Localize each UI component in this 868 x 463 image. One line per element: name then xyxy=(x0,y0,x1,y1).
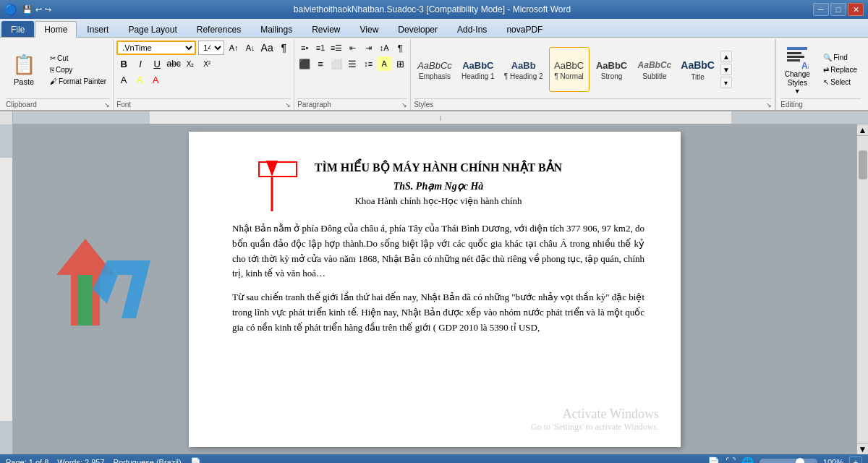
scroll-down-button[interactable]: ▼ xyxy=(857,443,869,454)
language-info: Portuguese (Brazil) xyxy=(114,458,182,463)
subscript-button[interactable]: X₂ xyxy=(183,56,197,71)
scroll-up-button[interactable]: ▲ xyxy=(857,124,869,136)
doc-subtitle: ThS. Phạm Ngọc Hà xyxy=(232,180,644,192)
title-label: Title xyxy=(691,73,705,81)
align-center-button[interactable]: ≡ xyxy=(313,56,328,71)
normal-preview: AaBbC xyxy=(554,60,584,72)
font-shrink-button[interactable]: A↓ xyxy=(243,41,258,55)
paragraph-group: ≡• ≡1 ≡☰ ⇤ ⇥ ↕A ¶ ⬛ ≡ ⬜ ☰ ↕≡ A ⊞ Paragra… xyxy=(294,39,411,110)
copy-button[interactable]: ⎘ Copy xyxy=(46,64,110,75)
styles-expand[interactable]: ↘ xyxy=(766,101,772,109)
cut-button[interactable]: ✂ Cut xyxy=(46,53,110,64)
format-painter-icon: 🖌 xyxy=(50,77,57,85)
tab-developer[interactable]: Developer xyxy=(388,21,447,37)
tab-page-layout[interactable]: Page Layout xyxy=(119,21,186,37)
tab-review[interactable]: Review xyxy=(302,21,349,37)
numbering-button[interactable]: ≡1 xyxy=(313,41,328,55)
font-row3: A A A xyxy=(116,72,291,87)
font-expand[interactable]: ↘ xyxy=(285,101,291,109)
view-web-button[interactable]: 🌐 xyxy=(741,456,754,463)
tab-add-ins[interactable]: Add-Ins xyxy=(448,21,496,37)
quick-access-undo[interactable]: ↩ xyxy=(35,5,42,14)
vertical-scrollbar[interactable]: ▲ ▼ xyxy=(856,124,868,454)
underline-button[interactable]: U xyxy=(150,56,164,71)
tab-insert[interactable]: Insert xyxy=(77,21,118,37)
view-print-button[interactable]: 📄 xyxy=(707,456,720,463)
format-painter-button[interactable]: 🖌 Format Painter xyxy=(46,76,110,87)
shading-button[interactable]: A xyxy=(377,56,391,71)
horizontal-ruler: | xyxy=(13,111,868,124)
font-grow-button[interactable]: A↑ xyxy=(226,41,241,55)
bold-button[interactable]: B xyxy=(116,56,131,71)
italic-button[interactable]: I xyxy=(133,56,148,71)
document-icon[interactable]: 📄 xyxy=(190,457,201,463)
watermark: Activate Windows Go to 'Settings' to act… xyxy=(531,407,659,433)
svg-rect-3 xyxy=(787,59,800,61)
align-right-button[interactable]: ⬜ xyxy=(329,56,344,71)
maximize-button[interactable]: □ xyxy=(830,3,846,16)
find-button[interactable]: 🔍 Find xyxy=(820,52,861,63)
font-size-select[interactable]: 14 xyxy=(198,41,224,55)
view-fullscreen-button[interactable]: ⛶ xyxy=(726,456,736,463)
font-name-select[interactable]: .VnTime xyxy=(116,41,196,55)
justify-button[interactable]: ☰ xyxy=(345,56,359,71)
svg-rect-7 xyxy=(78,275,93,326)
normal-label: ¶ Normal xyxy=(554,72,583,80)
strikethrough-button[interactable]: abc xyxy=(166,56,181,71)
increase-indent-button[interactable]: ⇥ xyxy=(361,41,375,55)
clipboard-expand[interactable]: ↘ xyxy=(104,101,110,109)
text-effects-button[interactable]: A xyxy=(116,72,131,87)
paste-icon: 📋 xyxy=(12,54,35,76)
tab-file[interactable]: File xyxy=(1,21,34,37)
style-normal[interactable]: AaBbC ¶ Normal xyxy=(549,47,590,92)
scroll-thumb[interactable] xyxy=(859,150,867,179)
styles-group-label: Styles ↘ xyxy=(414,98,772,109)
style-heading1[interactable]: AaBbC Heading 1 xyxy=(458,47,498,92)
style-emphasis[interactable]: AaBbCc Emphasis xyxy=(414,47,456,92)
style-subtitle[interactable]: AaBbCc Subtitle xyxy=(634,47,676,92)
tab-mailings[interactable]: Mailings xyxy=(251,21,302,37)
style-strong[interactable]: AaBbC Strong xyxy=(592,47,632,92)
style-heading2[interactable]: AaBb ¶ Heading 2 xyxy=(501,47,547,92)
line-spacing-button[interactable]: ↕≡ xyxy=(361,56,375,71)
ribbon: 📋 Paste ✂ Cut ⎘ Copy 🖌 Format Painter C xyxy=(0,38,868,111)
replace-button[interactable]: ⇄ Replace xyxy=(820,64,861,75)
styles-scroll-down[interactable]: ▼ xyxy=(720,64,732,75)
quick-access-redo[interactable]: ↪ xyxy=(45,5,51,14)
style-title[interactable]: AaBbC Title xyxy=(677,47,718,92)
doc-institution: Khoa Hành chính học-Học viện hành chính xyxy=(232,195,644,207)
tab-home[interactable]: Home xyxy=(35,21,77,38)
font-color-button[interactable]: A xyxy=(148,72,163,87)
strong-label: Strong xyxy=(601,72,622,80)
align-left-button[interactable]: ⬛ xyxy=(297,56,312,71)
show-para-button[interactable]: ¶ xyxy=(393,41,407,55)
doc-area[interactable]: TÌM HIỂU BỘ MÁY HÀNH CHÍNH NHẬT BẢN ThS.… xyxy=(13,124,856,454)
highlight-button[interactable]: A xyxy=(132,72,147,87)
bullets-button[interactable]: ≡• xyxy=(297,41,312,55)
clear-format-button[interactable]: Aa xyxy=(260,41,274,55)
borders-button[interactable]: ⊞ xyxy=(393,56,407,71)
doc-body: Nhật Bản nằm ở phía Đông của châu á, phí… xyxy=(232,221,644,336)
sort-button[interactable]: ↕A xyxy=(377,41,391,55)
svg-rect-6 xyxy=(71,275,100,326)
styles-dropdown[interactable]: ▾ xyxy=(720,77,732,88)
tab-references[interactable]: References xyxy=(187,21,250,37)
select-button[interactable]: ↖ Select xyxy=(820,77,861,88)
paste-button[interactable]: 📋 Paste xyxy=(6,50,42,90)
show-hide-button[interactable]: ¶ xyxy=(276,41,291,55)
zoom-slider[interactable] xyxy=(760,459,817,463)
tab-novapdf[interactable]: novaPDF xyxy=(497,21,552,37)
superscript-button[interactable]: X² xyxy=(200,56,214,71)
minimize-button[interactable]: ─ xyxy=(813,3,829,16)
decrease-indent-button[interactable]: ⇤ xyxy=(345,41,359,55)
tab-view[interactable]: View xyxy=(351,21,388,37)
zoom-in-button[interactable]: + xyxy=(849,456,862,463)
copy-icon: ⎘ xyxy=(50,66,54,74)
font-group-label: Font ↘ xyxy=(116,98,291,109)
change-styles-button[interactable]: Aa ChangeStyles ▼ xyxy=(780,41,814,98)
para-expand[interactable]: ↘ xyxy=(401,101,407,109)
multilevel-list-button[interactable]: ≡☰ xyxy=(329,41,344,55)
styles-scroll-up[interactable]: ▲ xyxy=(720,51,732,62)
close-button[interactable]: ✕ xyxy=(848,3,864,16)
quick-access-save[interactable]: 💾 xyxy=(22,5,33,14)
